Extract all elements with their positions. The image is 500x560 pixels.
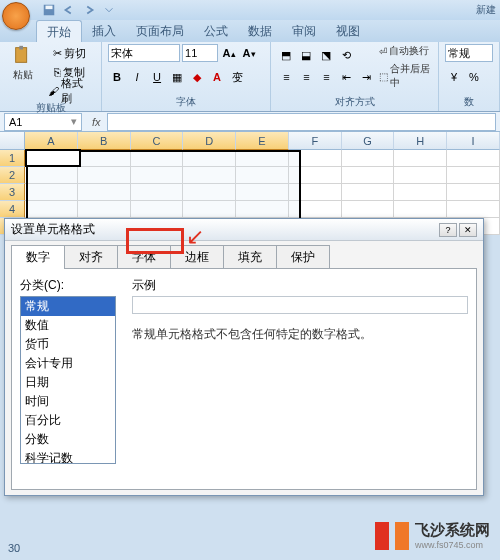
paste-button[interactable]: 粘贴 (6, 44, 40, 82)
cut-button[interactable]: ✂剪切 (44, 44, 95, 62)
select-all-corner[interactable] (0, 132, 25, 150)
cut-icon: ✂ (53, 47, 62, 60)
cat-item[interactable]: 货币 (21, 335, 115, 354)
merge-center-button[interactable]: ⬚合并后居中 (379, 62, 432, 90)
col-header[interactable]: D (183, 132, 236, 150)
redo-icon[interactable] (82, 3, 96, 17)
tab-alignment[interactable]: 对齐 (64, 245, 118, 269)
orientation-button[interactable]: ⟲ (337, 46, 355, 64)
col-header[interactable]: F (289, 132, 342, 150)
wrap-icon: ⏎ (379, 46, 387, 57)
tab-data[interactable]: 数据 (238, 20, 282, 42)
cat-item[interactable]: 数值 (21, 316, 115, 335)
cat-item[interactable]: 分数 (21, 430, 115, 449)
cat-item[interactable]: 时间 (21, 392, 115, 411)
name-box[interactable]: A1▾ (4, 113, 82, 131)
dialog-titlebar[interactable]: 设置单元格格式 ? ✕ (5, 219, 483, 241)
italic-button[interactable]: I (128, 68, 146, 86)
window-title: 新建 (476, 3, 496, 17)
row-header[interactable]: 30 (8, 542, 20, 554)
align-center-button[interactable]: ≡ (297, 68, 315, 86)
indent-increase-button[interactable]: ⇥ (357, 68, 375, 86)
group-label-font: 字体 (108, 94, 264, 109)
phonetic-button[interactable]: 变 (228, 68, 246, 86)
wrap-text-button[interactable]: ⏎自动换行 (379, 44, 432, 58)
col-header[interactable]: I (447, 132, 500, 150)
example-label: 示例 (132, 278, 156, 292)
svg-rect-3 (19, 46, 23, 50)
font-color-button[interactable]: A (208, 68, 226, 86)
col-header[interactable]: H (394, 132, 447, 150)
shrink-font-button[interactable]: A▾ (240, 44, 258, 62)
watermark-title: 飞沙系统网 (415, 521, 490, 540)
row-header[interactable]: 4 (0, 201, 25, 218)
font-name-select[interactable] (108, 44, 180, 62)
bold-button[interactable]: B (108, 68, 126, 86)
group-label-align: 对齐方式 (277, 94, 432, 109)
office-button[interactable] (2, 2, 38, 30)
watermark-url: www.fs0745.com (415, 540, 490, 550)
align-right-button[interactable]: ≡ (317, 68, 335, 86)
category-list[interactable]: 常规 数值 货币 会计专用 日期 时间 百分比 分数 科学记数 文本 特殊 自定… (20, 296, 116, 464)
underline-button[interactable]: U (148, 68, 166, 86)
percent-button[interactable]: % (465, 68, 483, 86)
dialog-tabs: 数字 对齐 字体 边框 填充 保护 (5, 241, 483, 269)
qat-more-icon[interactable] (102, 3, 116, 17)
watermark: 飞沙系统网 www.fs0745.com (375, 521, 490, 550)
cat-item[interactable]: 会计专用 (21, 354, 115, 373)
cat-item[interactable]: 科学记数 (21, 449, 115, 464)
col-header[interactable]: G (342, 132, 395, 150)
close-button[interactable]: ✕ (459, 223, 477, 237)
tab-home[interactable]: 开始 (36, 20, 82, 42)
undo-icon[interactable] (62, 3, 76, 17)
tab-fill[interactable]: 填充 (223, 245, 277, 269)
align-bottom-button[interactable]: ⬔ (317, 46, 335, 64)
tab-layout[interactable]: 页面布局 (126, 20, 194, 42)
dialog-title: 设置单元格格式 (11, 221, 95, 238)
number-format-select[interactable] (445, 44, 493, 62)
col-header[interactable]: C (131, 132, 184, 150)
border-button[interactable]: ▦ (168, 68, 186, 86)
tab-view[interactable]: 视图 (326, 20, 370, 42)
tab-formulas[interactable]: 公式 (194, 20, 238, 42)
col-header[interactable]: E (236, 132, 289, 150)
merge-icon: ⬚ (379, 71, 388, 82)
fx-icon[interactable]: fx (86, 116, 107, 128)
align-top-button[interactable]: ⬒ (277, 46, 295, 64)
row-header[interactable]: 2 (0, 167, 25, 184)
format-painter-button[interactable]: 🖌格式刷 (44, 82, 95, 100)
fill-color-button[interactable]: ◆ (188, 68, 206, 86)
group-number: ¥ % 数 (439, 42, 500, 111)
format-cells-dialog: 设置单元格格式 ? ✕ 数字 对齐 字体 边框 填充 保护 分类(C): 常规 … (4, 218, 484, 496)
col-header[interactable]: A (25, 132, 78, 150)
formula-input[interactable] (107, 113, 496, 131)
paste-icon (12, 44, 34, 66)
tab-review[interactable]: 审阅 (282, 20, 326, 42)
currency-button[interactable]: ¥ (445, 68, 463, 86)
grow-font-button[interactable]: A▴ (220, 44, 238, 62)
formula-bar: A1▾ fx (0, 112, 500, 132)
help-button[interactable]: ? (439, 223, 457, 237)
tab-font[interactable]: 字体 (117, 245, 171, 269)
cat-item[interactable]: 常规 (21, 297, 115, 316)
ribbon: 粘贴 ✂剪切 ⎘复制 🖌格式刷 剪贴板 A▴ A▾ B I U ▦ ◆ (0, 42, 500, 112)
tab-protection[interactable]: 保护 (276, 245, 330, 269)
row-header[interactable]: 3 (0, 184, 25, 201)
chevron-down-icon: ▾ (71, 115, 77, 128)
font-size-select[interactable] (182, 44, 218, 62)
align-left-button[interactable]: ≡ (277, 68, 295, 86)
tab-border[interactable]: 边框 (170, 245, 224, 269)
svg-rect-1 (46, 6, 53, 10)
col-header[interactable]: B (78, 132, 131, 150)
brush-icon: 🖌 (48, 85, 59, 97)
row-header[interactable]: 1 (0, 150, 25, 167)
group-alignment: ⬒ ⬓ ⬔ ⟲ ≡ ≡ ≡ ⇤ ⇥ ⏎自动换行 ⬚合并后居中 对齐方式 (271, 42, 439, 111)
indent-decrease-button[interactable]: ⇤ (337, 68, 355, 86)
align-middle-button[interactable]: ⬓ (297, 46, 315, 64)
cat-item[interactable]: 百分比 (21, 411, 115, 430)
tab-insert[interactable]: 插入 (82, 20, 126, 42)
save-icon[interactable] (42, 3, 56, 17)
cat-item[interactable]: 日期 (21, 373, 115, 392)
tab-number[interactable]: 数字 (11, 245, 65, 269)
group-clipboard: 粘贴 ✂剪切 ⎘复制 🖌格式刷 剪贴板 (0, 42, 102, 111)
